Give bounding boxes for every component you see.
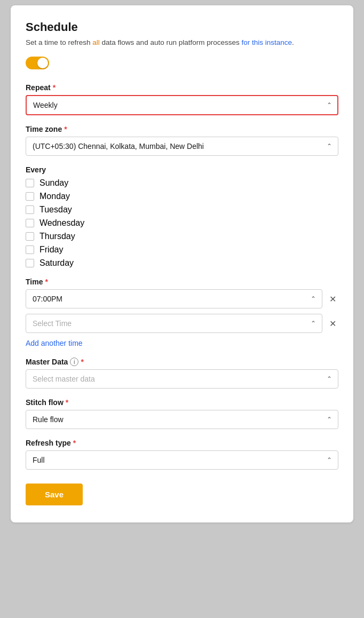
checkbox-tuesday-label: Tuesday [39,205,72,215]
stitch-flow-select-wrapper: Rule flow ⌃ [26,410,338,429]
every-section: Every Sunday Monday Tuesday Wednesday Th… [26,165,338,268]
time-required: * [45,278,48,286]
checkbox-saturday-label: Saturday [39,258,74,268]
repeat-select[interactable]: Weekly Once Daily Monthly [26,95,338,115]
repeat-field-group: Repeat * Weekly Once Daily Monthly ⌃ [26,83,338,115]
master-data-field-group: Master Data i * Select master data ⌃ [26,358,338,389]
time-select-2[interactable]: Select Time [26,314,322,333]
checkbox-wednesday[interactable]: Wednesday [26,218,338,228]
time-select-1-wrapper: 07:00PM ⌃ [26,289,322,308]
time-label: Time * [26,278,338,286]
schedule-toggle-wrapper [26,57,338,72]
days-checkbox-list: Sunday Monday Tuesday Wednesday Thursday… [26,178,338,268]
checkbox-thursday[interactable]: Thursday [26,232,338,241]
refresh-type-select-wrapper: Full Incremental ⌃ [26,450,338,470]
checkbox-sunday-label: Sunday [39,178,68,188]
refresh-type-label: Refresh type * [26,439,338,447]
master-data-select-wrapper: Select master data ⌃ [26,369,338,389]
checkbox-friday[interactable]: Friday [26,245,338,255]
checkbox-sunday[interactable]: Sunday [26,178,338,188]
master-data-info-icon: i [70,358,78,366]
checkbox-friday-input[interactable] [26,245,34,254]
time-slot-1: 07:00PM ⌃ ✕ [26,289,338,308]
refresh-type-select[interactable]: Full Incremental [26,450,338,470]
checkbox-thursday-input[interactable] [26,232,34,241]
checkbox-wednesday-label: Wednesday [39,218,84,228]
every-label: Every [26,165,338,174]
checkbox-tuesday-input[interactable] [26,205,34,214]
refresh-type-required: * [73,439,76,447]
time-slot-2-remove-button[interactable]: ✕ [327,318,338,329]
checkbox-sunday-input[interactable] [26,179,34,187]
schedule-card: Schedule Set a time to refresh all data … [11,5,353,522]
master-data-required: * [81,358,83,366]
checkbox-wednesday-input[interactable] [26,219,34,227]
master-data-select[interactable]: Select master data [26,369,338,389]
stitch-flow-required: * [66,398,68,407]
checkbox-monday-input[interactable] [26,192,34,201]
time-select-1[interactable]: 07:00PM [26,289,322,308]
checkbox-thursday-label: Thursday [39,232,75,241]
time-field-group: Time * 07:00PM ⌃ ✕ Select Time ⌃ ✕ Add a [26,278,338,348]
time-select-2-wrapper: Select Time ⌃ [26,314,322,333]
time-slot-1-remove-button[interactable]: ✕ [327,293,338,305]
timezone-select-wrapper: (UTC+05:30) Chennai, Kolkata, Mumbai, Ne… [26,137,338,156]
repeat-required: * [53,83,56,92]
repeat-label: Repeat * [26,83,338,92]
timezone-field-group: Time zone * (UTC+05:30) Chennai, Kolkata… [26,125,338,156]
checkbox-saturday-input[interactable] [26,259,34,267]
stitch-flow-field-group: Stitch flow * Rule flow ⌃ [26,398,338,429]
add-another-time-button[interactable]: Add another time [26,339,83,347]
page-title: Schedule [26,20,338,34]
checkbox-tuesday[interactable]: Tuesday [26,205,338,215]
page-subtitle: Set a time to refresh all data flows and… [26,37,338,48]
timezone-label: Time zone * [26,125,338,133]
checkbox-friday-label: Friday [39,245,63,255]
checkbox-saturday[interactable]: Saturday [26,258,338,268]
stitch-flow-select[interactable]: Rule flow [26,410,338,429]
repeat-select-wrapper: Weekly Once Daily Monthly ⌃ [26,95,338,115]
checkbox-monday-label: Monday [39,192,70,201]
schedule-toggle[interactable] [26,57,49,69]
timezone-required: * [64,125,67,133]
stitch-flow-label: Stitch flow * [26,398,338,407]
checkbox-monday[interactable]: Monday [26,192,338,201]
timezone-select[interactable]: (UTC+05:30) Chennai, Kolkata, Mumbai, Ne… [26,137,338,156]
save-button[interactable]: Save [26,484,83,505]
refresh-type-field-group: Refresh type * Full Incremental ⌃ [26,439,338,470]
time-slot-2: Select Time ⌃ ✕ [26,314,338,333]
master-data-label: Master Data i * [26,358,338,366]
